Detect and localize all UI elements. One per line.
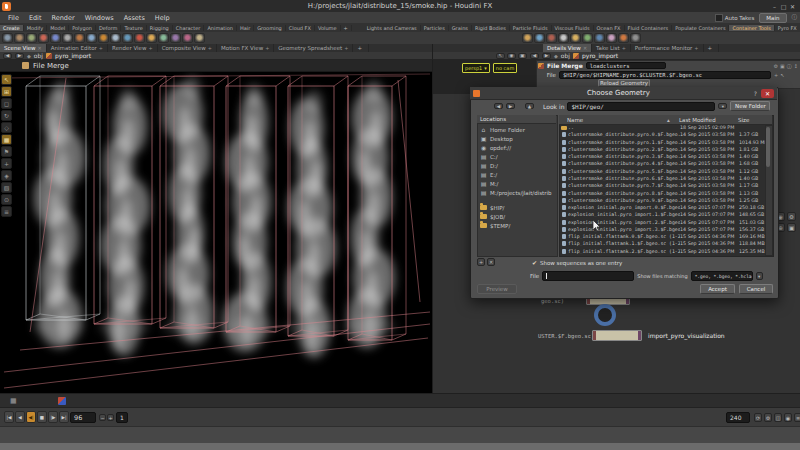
frame-step-minus[interactable]: − [99,414,106,421]
column-name[interactable]: Name [567,117,667,123]
shelf-tool-icon[interactable] [570,33,581,43]
nav-up-icon[interactable]: ▲ [525,103,534,109]
file-row[interactable]: flip_initial.flattank.1.$F.bgeo.sc (1-24… [560,240,765,247]
add-favorite-icon[interactable]: + [477,258,485,266]
scene-viewport[interactable] [0,72,432,393]
location-item[interactable]: E:/ [477,170,556,179]
maximize-button[interactable]: □ [779,2,788,10]
net-grid-icon[interactable]: ▣ [518,53,527,59]
shelf-tool-icon[interactable] [2,33,13,43]
nav-forward-icon[interactable]: ▶ [506,103,515,109]
favorite-item[interactable]: $HIP/ [477,203,556,212]
net-select-icon[interactable]: ↖ [496,53,505,59]
shelf-tab[interactable]: Particles [421,25,449,31]
node-color-icon[interactable] [58,397,66,405]
forward-icon[interactable]: ▶ [15,53,24,59]
file-row[interactable]: clustersmoke_distribute.pyro.7.$F.bgeo.s… [560,182,765,189]
handle-tool-icon[interactable]: ◇ [1,122,12,133]
net-overview-icon[interactable]: ◉ [507,53,516,59]
pane-tab-widget-icon[interactable]: + [208,45,212,51]
file-row[interactable]: clustersmoke_distribute.pyro.6.$F.bgeo.s… [560,175,765,182]
pane-tab[interactable]: Composite View+ [158,44,217,52]
camera-badge[interactable]: persp1▾ [462,63,490,73]
shelf-tab[interactable]: Lights and Cameras [364,25,421,31]
file-row[interactable]: explosion_initial.pyro_import.3.$F.bgeo.… [560,226,765,233]
node-name-field[interactable]: loadclusters [586,62,666,69]
shelf-tab[interactable]: Deform [96,25,122,31]
network-node[interactable] [592,330,642,341]
no-cam-badge[interactable]: no cam [493,63,518,73]
minimize-button[interactable]: – [770,2,779,10]
favorite-item[interactable]: $JOB/ [477,212,556,221]
shelf-tab[interactable]: Rigid Bodies [472,25,510,31]
light-tool-icon[interactable]: ⊙ [1,194,12,205]
range-end-field[interactable]: 240 [726,412,750,423]
pane-tab[interactable]: Geometry Spreadsheet+ [274,44,353,52]
shelf-tool-icon[interactable] [558,33,569,43]
shelf-tool-icon[interactable] [522,33,533,43]
file-row[interactable]: flip_initial.flattank.2.$F.bgeo.sc (1-24… [560,248,765,255]
pose-tool-icon[interactable]: ◈ [1,170,12,181]
location-item[interactable]: C:/ [477,152,556,161]
pane-tab[interactable]: Scene View✕ [0,44,47,52]
filter-dropdown[interactable]: *.geo, *.bgeo, *.hclassic, [691,271,753,281]
pane-tab[interactable]: Render View+ [108,44,158,52]
frame-step-plus[interactable]: + [107,414,114,421]
snap-grid-icon[interactable]: ▦ [1,134,12,145]
shade-tool-icon[interactable]: ▧ [1,182,12,193]
current-node-label[interactable]: pyro_import [582,52,618,59]
jump-to-end-button[interactable]: ▶| [59,411,69,423]
shelf-tool-icon[interactable] [546,33,557,43]
scale-tool-icon[interactable]: ◻ [1,98,12,109]
file-row[interactable]: explosion_initial.pyro_import.0.$F.bgeo.… [560,204,765,211]
shelf-tab[interactable]: Viscous Fluids [552,25,594,31]
pane-tab-widget-icon[interactable]: ✕ [583,45,587,51]
pane-tab-widget-icon[interactable]: + [344,45,348,51]
auto-takes-box[interactable] [715,14,723,22]
shelf-tab[interactable]: Cloud FX [286,25,315,31]
shelf-tool-icon[interactable] [14,33,25,43]
file-row[interactable]: clustersmoke_distribute.pyro.1.$F.bgeo.s… [560,139,765,146]
options-tool-icon[interactable]: ≡ [1,206,12,217]
rotate-tool-icon[interactable]: ↻ [1,110,12,121]
shelf-tab[interactable]: Populate Containers [672,25,729,31]
menu-item[interactable]: Windows [80,14,119,22]
shelf-tab[interactable]: Create [0,25,24,31]
pane-tab-widget-icon[interactable]: + [694,45,698,51]
cancel-button[interactable]: Cancel [739,284,773,294]
dialog-close-button[interactable]: ✕ [761,89,774,98]
shelf-tab[interactable]: Hair [237,25,254,31]
shelf-tab[interactable]: + [341,25,352,31]
file-row[interactable]: clustersmoke_distribute.pyro.3.$F.bgeo.s… [560,153,765,160]
shelf-tool-icon[interactable] [50,33,61,43]
forward-icon[interactable]: ▶ [542,53,551,59]
shelf-tool-icon[interactable] [38,33,49,43]
net-gear-icon[interactable]: ⚙ [787,212,796,221]
shelf-tab[interactable]: Rigging [147,25,173,31]
pin-pane-icon[interactable]: ▣ [780,63,785,69]
file-row[interactable]: clustersmoke_distribute.pyro.0.$F.bgeo.s… [560,131,765,138]
step-back-button[interactable]: ◀| [26,411,36,423]
step-forward-button[interactable]: |▶ [48,411,58,423]
auto-takes-toggle[interactable]: Auto Takes [715,14,755,22]
playbar-menu-icon[interactable]: ≡ [794,413,800,422]
shelf-tab[interactable]: Container Tools [729,25,774,31]
shelf-tool-icon[interactable] [618,33,629,43]
shelf-tab[interactable]: Animation [204,25,237,31]
scrollbar-thumb[interactable] [766,127,770,167]
shelf-tab[interactable]: Texture [121,25,146,31]
expression-icon[interactable]: + [774,72,778,78]
file-row[interactable]: clustersmoke_distribute.pyro.8.$F.bgeo.s… [560,189,765,196]
info-icon[interactable]: ⓘ [787,63,792,69]
pane-tab-widget-icon[interactable]: + [265,45,269,51]
shelf-tool-icon[interactable] [134,33,145,43]
playbar-gear-icon[interactable]: ⚙ [764,413,772,422]
location-item[interactable]: M:/ [477,179,556,188]
shelf-tool-icon[interactable] [122,33,133,43]
file-row[interactable]: explosion_initial.pyro_import.1.$F.bgeo.… [560,211,765,218]
reload-geometry-button[interactable]: Reload Geometry [598,79,650,87]
nav-back-icon[interactable]: ◀ [494,103,503,109]
location-item[interactable]: Desktop [477,134,556,143]
shelf-tool-icon[interactable] [86,33,97,43]
shelf-tab[interactable]: Grains [449,25,472,31]
